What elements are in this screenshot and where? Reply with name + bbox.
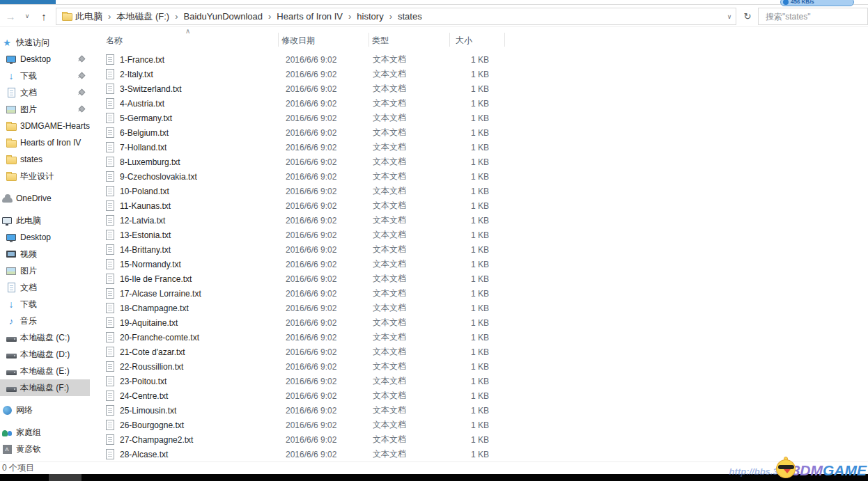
sidebar-item-label: 本地磁盘 (D:): [20, 349, 70, 361]
file-row[interactable]: 19-Aquitaine.txt 2016/6/6 9:02 文本文档 1 KB: [91, 315, 868, 330]
sidebar-item[interactable]: 本地磁盘 (D:): [0, 346, 90, 363]
sidebar-item[interactable]: 图片: [0, 262, 90, 279]
folder-icon: [6, 137, 17, 148]
file-type: 文本文档: [373, 273, 449, 285]
sidebar-item[interactable]: 本地磁盘 (F:): [0, 379, 90, 396]
file-row[interactable]: 18-Champagne.txt 2016/6/6 9:02 文本文档 1 KB: [91, 301, 868, 315]
sidebar-item[interactable]: 家庭组: [0, 424, 90, 441]
speed-widget-icon: [783, 0, 789, 5]
file-row[interactable]: 6-Belgium.txt 2016/6/6 9:02 文本文档 1 KB: [91, 125, 868, 140]
file-row[interactable]: 3-Switzerland.txt 2016/6/6 9:02 文本文档 1 K…: [91, 81, 868, 96]
file-row[interactable]: 16-Ile de France.txt 2016/6/6 9:02 文本文档 …: [91, 271, 868, 286]
file-row[interactable]: 15-Normandy.txt 2016/6/6 9:02 文本文档 1 KB: [91, 257, 868, 271]
address-toolbar: 此电脑 本地磁盘 (F:) BaiduYunDownload Hearts of…: [0, 5, 868, 27]
sidebar-item[interactable]: 网络: [0, 402, 90, 418]
file-row[interactable]: 26-Bourgogne.txt 2016/6/6 9:02 文本文档 1 KB: [91, 418, 868, 432]
file-row[interactable]: 21-Cote d'azar.txt 2016/6/6 9:02 文本文档 1 …: [91, 345, 868, 359]
file-size: 1 KB: [449, 84, 497, 94]
file-name: 21-Cote d'azar.txt: [120, 347, 286, 357]
column-separator[interactable]: [449, 33, 450, 47]
file-row[interactable]: 13-Estonia.txt 2016/6/6 9:02 文本文档 1 KB: [91, 228, 868, 242]
breadcrumb-item[interactable]: Hearts of Iron IV: [274, 8, 354, 24]
sidebar-item[interactable]: 毕业设计: [0, 168, 90, 184]
sidebar-item[interactable]: Hearts of Iron IV: [0, 134, 90, 151]
file-size: 1 KB: [449, 201, 497, 211]
file-row[interactable]: 8-Luxemburg.txt 2016/6/6 9:02 文本文档 1 KB: [91, 155, 868, 169]
sidebar-item[interactable]: 快速访问: [0, 34, 90, 51]
file-row[interactable]: 23-Poitou.txt 2016/6/6 9:02 文本文档 1 KB: [91, 374, 868, 388]
column-header-size[interactable]: 大小: [456, 35, 472, 47]
taskbar[interactable]: [0, 474, 868, 481]
address-bar[interactable]: 此电脑 本地磁盘 (F:) BaiduYunDownload Hearts of…: [56, 8, 736, 25]
music-icon: [6, 315, 17, 326]
sidebar-item-label: 毕业设计: [20, 171, 54, 182]
sidebar-item-label: 网络: [16, 404, 33, 416]
file-row[interactable]: 7-Holland.txt 2016/6/6 9:02 文本文档 1 KB: [91, 140, 868, 155]
column-separator[interactable]: [504, 33, 505, 47]
sidebar-item[interactable]: 3DMGAME-Hearts: [0, 118, 90, 134]
sidebar-item[interactable]: 图片: [0, 101, 90, 118]
file-row[interactable]: 4-Austria.txt 2016/6/6 9:02 文本文档 1 KB: [91, 96, 868, 111]
text-file-icon: [106, 171, 114, 182]
breadcrumb-item[interactable]: 此电脑: [72, 8, 114, 24]
sidebar-item[interactable]: 此电脑: [0, 212, 90, 229]
file-date-modified: 2016/6/6 9:02: [286, 274, 373, 284]
sidebar-item[interactable]: Desktop: [0, 51, 90, 68]
file-date-modified: 2016/6/6 9:02: [286, 260, 373, 269]
column-separator[interactable]: [278, 33, 279, 47]
file-row[interactable]: 12-Latvia.txt 2016/6/6 9:02 文本文档 1 KB: [91, 213, 868, 228]
file-row[interactable]: 1-France.txt 2016/6/6 9:02 文本文档 1 KB: [91, 52, 868, 67]
sidebar-item[interactable]: states: [0, 151, 90, 168]
breadcrumb-item[interactable]: states: [395, 8, 425, 24]
file-row[interactable]: 5-Germany.txt 2016/6/6 9:02 文本文档 1 KB: [91, 111, 868, 125]
address-dropdown-chevron-icon[interactable]: [723, 13, 736, 20]
file-row[interactable]: 2-Italy.txt 2016/6/6 9:02 文本文档 1 KB: [91, 67, 868, 81]
breadcrumb-item[interactable]: 本地磁盘 (F:): [114, 8, 180, 24]
file-row[interactable]: 28-Alcase.txt 2016/6/6 9:02 文本文档 1 KB: [91, 447, 868, 462]
file-row[interactable]: 24-Centre.txt 2016/6/6 9:02 文本文档 1 KB: [91, 388, 868, 403]
file-row[interactable]: 11-Kaunas.txt 2016/6/6 9:02 文本文档 1 KB: [91, 198, 868, 213]
sidebar-item[interactable]: 音乐: [0, 313, 90, 329]
taskbar-button[interactable]: [49, 474, 82, 481]
file-row[interactable]: 10-Poland.txt 2016/6/6 9:02 文本文档 1 KB: [91, 184, 868, 198]
file-name: 11-Kaunas.txt: [120, 201, 286, 211]
file-type: 文本文档: [373, 331, 449, 343]
file-row[interactable]: 25-Limousin.txt 2016/6/6 9:02 文本文档 1 KB: [91, 403, 868, 418]
file-row[interactable]: 9-Czechoslovakia.txt 2016/6/6 9:02 文本文档 …: [91, 169, 868, 184]
breadcrumb-item[interactable]: BaiduYunDownload: [181, 8, 274, 24]
file-size: 1 KB: [449, 435, 497, 445]
up-arrow-icon[interactable]: [36, 8, 52, 24]
sidebar-item[interactable]: OneDrive: [0, 190, 90, 207]
sidebar-item[interactable]: 本地磁盘 (C:): [0, 329, 90, 346]
sidebar-item[interactable]: 文档: [0, 279, 90, 296]
column-header-name[interactable]: 名称: [106, 35, 123, 47]
file-name: 3-Switzerland.txt: [120, 84, 286, 94]
sidebar-item[interactable]: 视频: [0, 246, 90, 262]
text-file-icon: [106, 376, 114, 386]
column-header-date-modified[interactable]: 修改日期: [281, 35, 315, 47]
text-file-icon: [106, 54, 114, 65]
sidebar-item[interactable]: 文档: [0, 84, 90, 101]
file-row[interactable]: 20-Franche-comte.txt 2016/6/6 9:02 文本文档 …: [91, 330, 868, 345]
forward-arrow-icon[interactable]: [3, 8, 18, 24]
file-date-modified: 2016/6/6 9:02: [286, 435, 373, 445]
sidebar-item[interactable]: 本地磁盘 (E:): [0, 363, 90, 379]
search-input[interactable]: [758, 8, 868, 25]
sidebar-item[interactable]: 下载: [0, 68, 90, 84]
file-row[interactable]: 14-Brittany.txt 2016/6/6 9:02 文本文档 1 KB: [91, 242, 868, 257]
sidebar-item[interactable]: 黄彦钦: [0, 441, 90, 457]
file-date-modified: 2016/6/6 9:02: [286, 230, 373, 240]
refresh-icon[interactable]: [739, 8, 756, 25]
sidebar-item[interactable]: Desktop: [0, 229, 90, 246]
file-row[interactable]: 27-Champagne2.txt 2016/6/6 9:02 文本文档 1 K…: [91, 432, 868, 447]
recent-locations-chevron-icon[interactable]: [20, 8, 35, 24]
download-speed-badge[interactable]: 456 KB/s: [780, 0, 854, 6]
file-row[interactable]: 17-Alcase Lorraine.txt 2016/6/6 9:02 文本文…: [91, 286, 868, 301]
column-header-type[interactable]: 类型: [372, 35, 389, 47]
sidebar-item[interactable]: 下载: [0, 296, 90, 313]
breadcrumb-item[interactable]: history: [354, 8, 395, 24]
column-separator[interactable]: [369, 33, 369, 47]
video-icon: [6, 249, 17, 260]
file-row[interactable]: 22-Roussillion.txt 2016/6/6 9:02 文本文档 1 …: [91, 359, 868, 374]
cloud-icon: [1, 193, 13, 204]
